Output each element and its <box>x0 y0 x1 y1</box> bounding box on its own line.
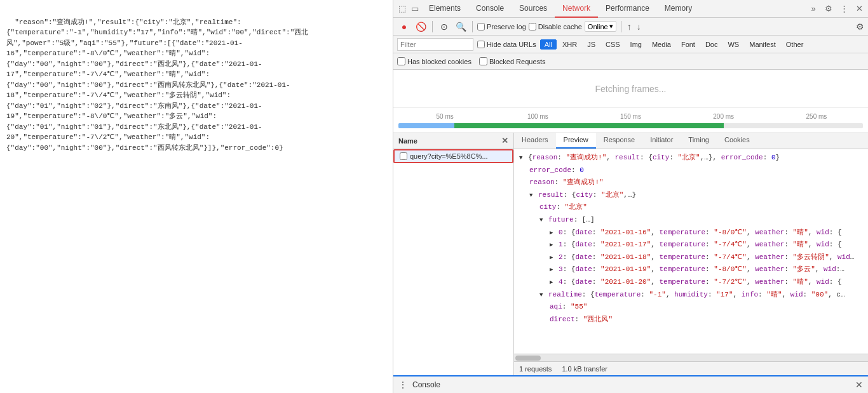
horizontal-scrollbar[interactable] <box>514 354 868 361</box>
filter-row: Hide data URLs All XHR JS CSS Img Media … <box>393 36 868 53</box>
tab-headers[interactable]: Headers <box>514 133 556 149</box>
tab-timing[interactable]: Timing <box>681 133 717 149</box>
json-line-6: 0: {date: "2021-01-16", temperature: "-8… <box>519 227 863 239</box>
requests-count: 1 requests <box>519 365 552 373</box>
name-panel: Name ✕ query?city=%E5%8C%... <box>393 133 514 375</box>
tab-memory[interactable]: Memory <box>657 0 700 18</box>
filter-js[interactable]: JS <box>583 39 600 50</box>
json-expand-0[interactable] <box>519 154 522 163</box>
json-line-2: reason: "查询成功!" <box>519 177 863 189</box>
more-tabs-icon[interactable]: » <box>807 3 820 15</box>
hide-data-urls-label: Hide data URLs <box>487 41 536 48</box>
throttle-label: Online <box>588 23 608 30</box>
close-devtools-icon[interactable]: ✕ <box>853 3 865 15</box>
console-label: Console <box>412 380 440 389</box>
json-line-7: 1: {date: "2021-01-17", temperature: "-7… <box>519 239 863 251</box>
filter-doc[interactable]: Doc <box>701 39 722 50</box>
transfer-size: 1.0 kB transfer <box>562 365 607 373</box>
filter-media[interactable]: Media <box>648 39 675 50</box>
json-line-8: 2: {date: "2021-01-18", temperature: "-7… <box>519 251 863 264</box>
tab-performance[interactable]: Performance <box>598 0 657 18</box>
scrollbar-thumb[interactable] <box>515 356 541 361</box>
filter-ws[interactable]: WS <box>723 39 743 50</box>
has-blocked-cookies-input[interactable] <box>397 57 405 65</box>
filter-manifest[interactable]: Manifest <box>745 39 780 50</box>
bottom-console: ⋮ Console ✕ <box>393 375 868 393</box>
cursor-icon[interactable]: ⬚ <box>396 3 409 15</box>
detail-panel: 请求头部信息 预览 响应 Headers Preview Response In… <box>514 133 868 375</box>
blocked-requests-label: Blocked Requests <box>489 58 546 65</box>
filter-input[interactable] <box>397 38 473 51</box>
device-icon[interactable]: ▭ <box>409 3 421 15</box>
hide-data-urls-checkbox[interactable]: Hide data URLs <box>477 41 536 48</box>
filter-img[interactable]: Img <box>626 39 646 50</box>
detail-tabs-container: 请求头部信息 预览 响应 Headers Preview Response In… <box>514 133 868 149</box>
json-expand-10[interactable] <box>550 278 553 287</box>
json-expand-8[interactable] <box>550 253 553 262</box>
timeline-200ms: 200 ms <box>677 113 770 120</box>
disable-cache-checkbox[interactable]: Disable cache <box>529 23 582 30</box>
preserve-log-checkbox[interactable]: Preserve log <box>477 23 526 30</box>
json-expand-11[interactable] <box>539 291 543 300</box>
filter-type-buttons: All XHR JS CSS Img Media Font Doc WS Man… <box>540 39 808 50</box>
timeline-bar-green <box>454 123 724 128</box>
tab-network[interactable]: Network <box>555 0 598 18</box>
json-expand-7[interactable] <box>550 241 553 250</box>
timeline-labels: 50 ms 100 ms 150 ms 200 ms 250 ms <box>393 110 868 122</box>
tab-console[interactable]: Console <box>468 0 512 18</box>
json-expand-6[interactable] <box>550 229 553 237</box>
has-blocked-cookies-label: Has blocked cookies <box>407 58 471 65</box>
tab-preview[interactable]: Preview <box>556 133 596 149</box>
console-menu-icon[interactable]: ⋮ <box>398 380 407 390</box>
blocked-requests-checkbox[interactable]: Blocked Requests <box>479 57 546 65</box>
search-icon[interactable]: 🔍 <box>454 20 468 34</box>
tab-sources[interactable]: Sources <box>512 0 555 18</box>
separator-2 <box>472 21 473 32</box>
tab-elements[interactable]: Elements <box>421 0 468 18</box>
clear-btn[interactable]: 🚫 <box>414 20 428 34</box>
blocked-requests-input[interactable] <box>479 57 487 65</box>
json-expand-5[interactable] <box>539 216 543 225</box>
filter-icon[interactable]: ⊙ <box>437 20 451 34</box>
json-text-0: {reason: "查询成功!", result: {city: "北京",…}… <box>528 154 780 161</box>
separator-1 <box>432 21 433 32</box>
fetching-frames-text: Fetching frames... <box>595 84 666 94</box>
more-options-icon[interactable]: ⋮ <box>837 3 850 15</box>
timeline-100ms: 100 ms <box>491 113 584 120</box>
json-line-13: direct: "西北风" <box>519 314 863 326</box>
filter-css[interactable]: CSS <box>601 39 625 50</box>
filter-other[interactable]: Other <box>782 39 808 50</box>
devtools-panel: ⬚ ▭ Elements Console Sources Network Per… <box>393 0 868 393</box>
filter-font[interactable]: Font <box>677 39 700 50</box>
json-line-3: result: {city: "北京",…} <box>519 189 863 202</box>
filter-xhr[interactable]: XHR <box>558 39 581 50</box>
json-expand-9[interactable] <box>550 265 553 274</box>
filter-all[interactable]: All <box>540 39 557 50</box>
request-item[interactable]: query?city=%E5%8C%... <box>393 149 513 163</box>
tab-response[interactable]: Response <box>596 133 643 149</box>
throttle-select[interactable]: Online ▾ <box>585 21 616 32</box>
name-panel-close[interactable]: ✕ <box>501 136 508 145</box>
request-item-checkbox[interactable] <box>400 152 407 160</box>
timeline-50ms: 50 ms <box>398 113 491 120</box>
disable-cache-label: Disable cache <box>538 23 582 30</box>
blocked-row: Has blocked cookies Blocked Requests <box>393 53 868 70</box>
throttle-chevron: ▾ <box>609 22 613 30</box>
tab-cookies[interactable]: Cookies <box>717 133 757 149</box>
timeline-area: 50 ms 100 ms 150 ms 200 ms 250 ms <box>393 108 868 133</box>
record-btn[interactable]: ● <box>397 20 411 34</box>
preserve-log-input[interactable] <box>477 23 485 30</box>
hide-data-urls-input[interactable] <box>477 41 485 48</box>
tab-initiator[interactable]: Initiator <box>642 133 681 149</box>
json-line-12: aqi: "55" <box>519 301 863 314</box>
disable-cache-input[interactable] <box>529 23 536 30</box>
status-bar: 1 requests 1.0 kB transfer <box>514 361 868 375</box>
export-btn[interactable]: ↓ <box>635 22 642 32</box>
has-blocked-cookies-checkbox[interactable]: Has blocked cookies <box>397 57 471 65</box>
settings-icon[interactable]: ⚙ <box>822 3 835 15</box>
console-close-icon[interactable]: ✕ <box>855 380 863 390</box>
import-btn[interactable]: ↑ <box>626 22 633 32</box>
network-settings-icon[interactable]: ⚙ <box>856 22 864 32</box>
json-expand-3[interactable] <box>529 191 532 200</box>
timeline-250ms: 250 ms <box>770 113 863 120</box>
